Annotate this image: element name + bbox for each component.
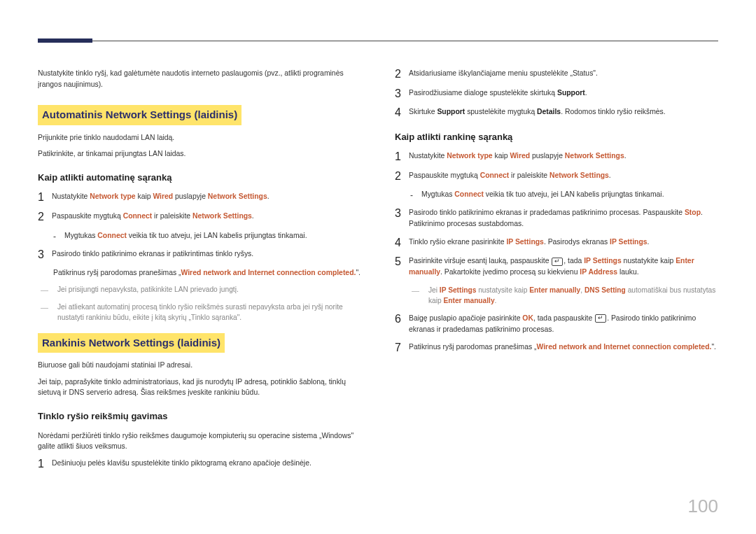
term-network-type: Network type — [90, 192, 135, 200]
text: Paspauskite mygtuką — [52, 212, 123, 220]
values-intro: Norėdami peržiūrėti tinklo ryšio reikšme… — [38, 430, 361, 452]
auto-substep: - Mygtukas Connect veikia tik tuo atveju… — [38, 230, 361, 243]
text: spustelėkite mygtuką — [465, 108, 537, 115]
manual-step-1: 1 Nustatykite Network type kaip Wired pu… — [395, 150, 718, 163]
text: veikia tik tuo atveju, jei LAN kabelis p… — [484, 190, 664, 198]
text: Pasirinkite viršuje esantį lauką, paspau… — [409, 257, 551, 265]
term-network-settings: Network Settings — [192, 212, 252, 220]
step-number: 4 — [395, 106, 409, 119]
step-number: 2 — [38, 211, 52, 223]
page-number: 100 — [688, 493, 718, 520]
step-number: 5 — [395, 255, 409, 268]
step-number: 2 — [395, 68, 409, 80]
text: Pasirodžiusiame dialoge spustelėkite ski… — [409, 89, 557, 97]
term-connect: Connect — [97, 232, 127, 239]
manual-step-6: 6 Baigę puslapio apačioje pasirinkite OK… — [395, 313, 718, 335]
text: Baigę puslapio apačioje pasirinkite — [409, 314, 522, 322]
text: kaip — [136, 192, 153, 200]
page-container: Nustatykite tinklo ryšį, kad galėtumėte … — [0, 0, 756, 505]
step-body: Pasirodo tinklo patikrinimo ekranas ir p… — [52, 248, 361, 260]
term-connect: Connect — [454, 190, 484, 198]
step-number: 1 — [395, 150, 409, 163]
manual-step-7: 7 Patikrinus ryšį parodomas pranešimas „… — [395, 342, 718, 354]
values-step-4: 4 Skirtuke Support spustelėkite mygtuką … — [395, 106, 718, 119]
step-body: Patikrinus ryšį parodomas pranešimas „Wi… — [409, 342, 718, 353]
term-ip-settings: IP Settings — [440, 286, 476, 294]
auto-step-3: 3 Pasirodo tinklo patikrinimo ekranas ir… — [38, 248, 361, 261]
term-connect: Connect — [480, 171, 510, 179]
step-number: 1 — [38, 191, 52, 204]
header-rule — [38, 41, 718, 47]
term-ip-address: IP Address — [580, 268, 617, 276]
text: Jei — [428, 286, 440, 294]
text: Patikrinus ryšį parodomas pranešimas „ — [53, 269, 181, 276]
term-stop: Stop — [685, 209, 701, 216]
term-ip-settings: IP Settings — [584, 257, 622, 265]
text: Skirtuke — [409, 108, 437, 115]
values-step-1: 1 Dešiniuoju pelės klavišu spustelėkite … — [38, 458, 361, 470]
text: kaip — [493, 152, 510, 160]
manual-step-4: 4 Tinklo ryšio ekrane pasirinkite IP Set… — [395, 237, 718, 249]
substep-body: Mygtukas Connect veikia tik tuo atveju, … — [421, 189, 718, 202]
auto-para-1: Prijunkite prie tinklo naudodami LAN lai… — [38, 132, 361, 143]
manual-step-3: 3 Pasirodo tinklo patikrinimo ekranas ir… — [395, 207, 718, 229]
auto-step-2: 2 Paspauskite mygtuką Connect ir paleisk… — [38, 211, 361, 223]
step-body: Tinklo ryšio ekrane pasirinkite IP Setti… — [409, 237, 718, 248]
term-network-settings: Network Settings — [565, 152, 624, 160]
step-body: Nustatykite Network type kaip Wired pusl… — [409, 150, 718, 162]
term-network-settings: Network Settings — [208, 192, 267, 200]
term-enter-manually: Enter manually — [444, 297, 495, 304]
note-connection-fail: Jei prisijungti nepavyksta, patikinkite … — [38, 284, 361, 295]
step-body: Pasirinkite viršuje esantį lauką, paspau… — [409, 255, 718, 277]
auto-para-2: Patikrinkite, ar tinkamai prijungtas LAN… — [38, 148, 361, 160]
step-number: 3 — [395, 207, 409, 220]
intro-text: Nustatykite tinklo ryšį, kad galėtumėte … — [38, 68, 361, 90]
text: Nustatykite — [409, 152, 447, 160]
step-body: Paspauskite mygtuką Connect ir paleiskit… — [52, 211, 361, 222]
step-body: Paspauskite mygtuką Connect ir paleiskit… — [409, 170, 718, 181]
text: ir paleiskite — [152, 212, 192, 220]
term-network-type: Network type — [447, 152, 492, 160]
auto-step-1: 1 Nustatykite Network type kaip Wired pu… — [38, 191, 361, 204]
text: ir paleiskite — [509, 171, 550, 179]
text: ". — [711, 343, 716, 351]
subheading-values: Tinklo ryšio reikšmių gavimas — [38, 409, 361, 423]
text: puslapyje — [530, 152, 565, 160]
manual-para-2: Jei taip, paprašykite tinklo administrat… — [38, 377, 361, 398]
subheading-manual-setup: Kaip atlikti rankinę sąranką — [395, 130, 718, 144]
text: lauku. — [617, 268, 639, 276]
manual-substep: - Mygtukas Connect veikia tik tuo atveju… — [395, 189, 718, 202]
text: veikia tik tuo atveju, jei LAN kabelis p… — [127, 232, 307, 239]
text: Pasirodo tinklo patikrinimo ekranas ir p… — [409, 209, 685, 216]
term-wired: Wired — [153, 192, 173, 200]
step-number: 3 — [38, 248, 52, 261]
enter-icon — [552, 258, 563, 266]
text: nustatysite kaip — [476, 286, 529, 294]
note-dns-setting: Jei IP Settings nustatysite kaip Enter m… — [409, 285, 718, 307]
step-body: Atsidariusiame iškylančiajame meniu spus… — [409, 68, 718, 79]
manual-para-1: Biuruose gali būti naudojami statiniai I… — [38, 360, 361, 371]
term-wired: Wired — [510, 152, 530, 160]
step-number: 7 — [395, 342, 409, 354]
manual-step-5: 5 Pasirinkite viršuje esantį lauką, pasp… — [395, 255, 718, 277]
header-accent — [38, 38, 92, 43]
text: Tinklo ryšio ekrane pasirinkite — [409, 238, 506, 246]
step-body: Baigę puslapio apačioje pasirinkite OK, … — [409, 313, 718, 335]
subheading-auto-setup: Kaip atlikti automatinę sąranką — [38, 171, 361, 185]
text: nustatykite kaip — [622, 257, 676, 265]
values-step-3: 3 Pasirodžiusiame dialoge spustelėkite s… — [395, 87, 718, 100]
text: ". — [356, 269, 360, 276]
msg-completed: Wired network and Internet connection co… — [181, 269, 356, 276]
heading-auto-network-settings: Automatinis Network Settings (laidinis) — [38, 105, 241, 125]
dash-icon: - — [410, 189, 421, 202]
step-number: 6 — [395, 313, 409, 325]
text: . Pasirodys ekranas — [544, 238, 610, 246]
text: Mygtukas — [64, 232, 97, 239]
columns: Nustatykite tinklo ryšį, kad galėtumėte … — [38, 68, 718, 477]
step-body: Pasirodžiusiame dialoge spustelėkite ski… — [409, 87, 718, 99]
term-support: Support — [557, 89, 585, 97]
text: Mygtukas — [421, 190, 454, 198]
text: , tada — [564, 257, 584, 265]
term-enter-manually: Enter manually — [529, 286, 580, 294]
text: puslapyje — [173, 192, 208, 200]
